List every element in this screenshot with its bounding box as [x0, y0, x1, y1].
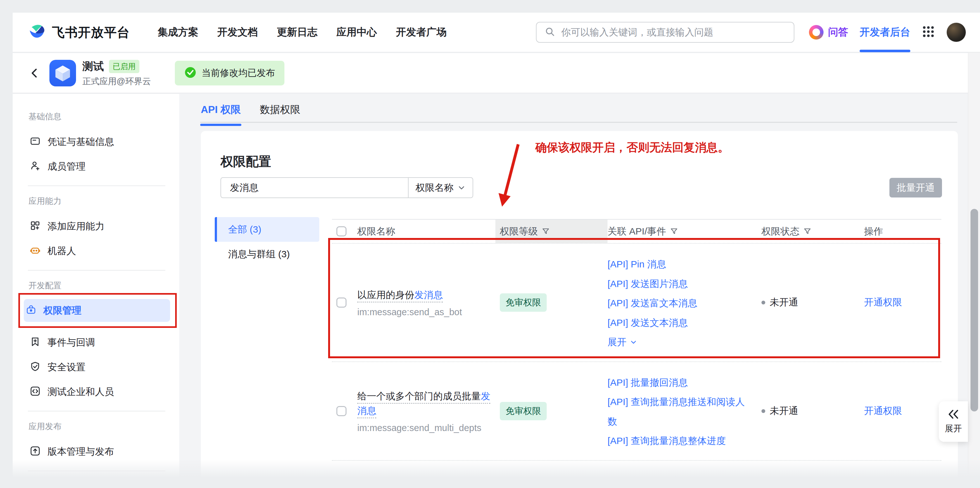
api-link[interactable]: [API] 发送富文本消息 — [608, 293, 753, 313]
col-related-apis: 关联 API/事件 — [608, 220, 762, 243]
nav-item-integrations[interactable]: 集成方案 — [158, 25, 198, 39]
sidebar-item-add-capability[interactable]: 添加应用能力 — [28, 215, 165, 238]
row-checkbox[interactable] — [336, 298, 347, 307]
row-checkbox[interactable] — [336, 406, 347, 416]
sidebar-section-dev-config: 开发配置 — [29, 280, 165, 291]
sidebar-item-credentials[interactable]: 凭证与基础信息 — [28, 130, 165, 153]
qa-ring-icon — [809, 25, 824, 40]
permission-name-link[interactable]: 给一个或多个部门的成员批量发消息 — [357, 389, 492, 418]
search-field-select[interactable]: 权限名称 — [408, 178, 473, 198]
code-brackets-icon — [30, 386, 41, 398]
permission-name-link[interactable]: 以应用的身份发消息 — [357, 288, 462, 303]
sidebar: 基础信息 凭证与基础信息 成员管理 应用能力 — [13, 94, 179, 488]
upload-box-icon — [30, 445, 41, 458]
category-filter-list: 全部 (3) 消息与群组 (3) — [215, 217, 319, 266]
table-row: 以应用的身份发消息 im:message:send_as_bot 免审权限 [A… — [332, 244, 941, 362]
grid-add-icon — [30, 220, 41, 232]
qa-link[interactable]: 问答 — [809, 25, 848, 40]
scrollbar-thumb[interactable] — [970, 209, 978, 411]
member-add-icon — [30, 160, 41, 173]
permission-search-box[interactable]: 发消息 权限名称 — [220, 177, 473, 198]
tabs-baseline — [200, 122, 957, 123]
sidebar-item-version-release[interactable]: 版本管理与发布 — [28, 440, 165, 463]
permission-level-tag: 免审权限 — [500, 402, 547, 420]
tab-api-permissions[interactable]: API 权限 — [200, 103, 241, 125]
filter-item-all[interactable]: 全部 (3) — [215, 217, 319, 242]
brand[interactable]: 飞书开放平台 — [29, 24, 130, 41]
permission-tabs: API 权限 数据权限 — [200, 103, 301, 125]
api-link[interactable]: [API] 查询批量消息整体进度 — [608, 431, 753, 451]
check-circle-icon — [185, 67, 196, 80]
sidebar-item-security[interactable]: 安全设置 — [28, 356, 165, 379]
sidebar-section-monitoring: 运营监控 — [29, 481, 165, 488]
search-input[interactable] — [561, 27, 786, 38]
expand-panel-tab[interactable]: 展开 — [939, 401, 968, 442]
nav-item-docs[interactable]: 开发文档 — [217, 25, 258, 39]
published-banner: 当前修改均已发布 — [175, 61, 285, 86]
open-permission-link[interactable]: 开通权限 — [864, 296, 902, 309]
api-link[interactable]: [API] 发送图片消息 — [608, 274, 753, 294]
status-dot-icon — [762, 301, 765, 304]
back-button[interactable] — [27, 65, 43, 81]
sidebar-divider — [28, 471, 165, 471]
sidebar-section-basic-info: 基础信息 — [29, 111, 165, 122]
sidebar-item-bot[interactable]: 机器人 — [28, 239, 165, 262]
api-link[interactable]: [API] 批量撤回消息 — [608, 472, 753, 488]
permission-scope: im:message:send_as_bot — [357, 307, 462, 317]
red-annotation-arrow — [497, 141, 526, 211]
apps-grid-icon[interactable] — [922, 25, 935, 40]
permission-status: 未开通 — [762, 404, 798, 417]
sidebar-item-permissions[interactable]: 权限管理 — [24, 299, 170, 322]
briefcase-lock-icon — [25, 304, 37, 317]
api-link[interactable]: [API] 发送文本消息 — [608, 313, 753, 333]
expand-label: 展开 — [945, 423, 962, 434]
col-permission-level: 权限等级 — [495, 220, 608, 243]
card-title: 权限配置 — [220, 153, 271, 170]
bookmark-add-icon — [30, 336, 41, 349]
permission-search-value[interactable]: 发消息 — [221, 181, 408, 194]
table-header: 权限名称 权限等级 关联 API/事件 权限状态 操作 — [332, 219, 941, 244]
open-permission-link[interactable]: 开通权限 — [864, 404, 902, 417]
nav-item-dev-square[interactable]: 开发者广场 — [396, 25, 447, 39]
api-link[interactable]: [API] Pin 消息 — [608, 254, 753, 274]
qa-label: 问答 — [828, 25, 848, 39]
published-banner-text: 当前修改均已发布 — [202, 67, 275, 79]
sidebar-item-events[interactable]: 事件与回调 — [28, 331, 165, 354]
filter-item-im[interactable]: 消息与群组 (3) — [215, 242, 319, 266]
api-link[interactable]: [API] 批量撤回消息 — [608, 373, 753, 393]
filter-funnel-icon[interactable] — [803, 227, 811, 236]
sidebar-item-members[interactable]: 成员管理 — [28, 155, 165, 178]
nav-item-changelog[interactable]: 更新日志 — [277, 25, 317, 39]
active-nav-underline — [860, 50, 910, 52]
sidebar-item-test-org[interactable]: 测试企业和人员 — [28, 380, 165, 403]
select-all-checkbox[interactable] — [336, 226, 347, 236]
user-avatar[interactable] — [947, 22, 966, 42]
permission-config-card: 权限配置 确保该权限开启，否则无法回复消息。 发消息 权限名称 批量开通 全部 … — [201, 131, 958, 488]
api-link[interactable]: [API] 查询批量消息推送和阅读人数 — [608, 392, 753, 431]
expand-apis-link[interactable]: 展开 — [608, 332, 753, 352]
permission-status: 未开通 — [762, 296, 798, 309]
sidebar-section-release: 应用发布 — [29, 421, 165, 432]
shield-check-icon — [30, 361, 41, 373]
global-search-box[interactable] — [536, 22, 794, 43]
permission-level-tag: 免审权限 — [500, 293, 547, 312]
top-navbar: 飞书开放平台 集成方案 开发文档 更新日志 应用中心 开发者广场 — [13, 13, 980, 52]
tab-data-permissions[interactable]: 数据权限 — [259, 103, 301, 125]
filter-funnel-icon[interactable] — [542, 227, 550, 236]
brand-title: 飞书开放平台 — [52, 24, 130, 41]
screenshot-root: 飞书开放平台 集成方案 开发文档 更新日志 应用中心 开发者广场 — [0, 0, 980, 488]
sidebar-divider — [28, 411, 165, 411]
table-row: 给多个用户批量发消息 免审权限 [API] 批量撤回消息 [API] 查询批量消… — [332, 461, 941, 488]
permissions-table: 权限名称 权限等级 关联 API/事件 权限状态 操作 — [332, 219, 941, 488]
filter-funnel-icon[interactable] — [670, 227, 678, 236]
col-permission-status: 权限状态 — [762, 220, 864, 243]
app-meta: 测试 已启用 正式应用@环界云 — [82, 59, 151, 87]
double-chevron-left-icon — [947, 409, 959, 420]
app-subtitle: 正式应用@环界云 — [82, 76, 151, 87]
sidebar-divider — [28, 270, 165, 271]
main-content: API 权限 数据权限 权限配置 确保该权限开启，否则无法回复消息。 发消息 权… — [179, 94, 980, 488]
nav-item-app-center[interactable]: 应用中心 — [336, 25, 377, 39]
developer-console-link[interactable]: 开发者后台 — [860, 12, 910, 52]
page-scrollbar — [968, 52, 980, 488]
batch-open-button[interactable]: 批量开通 — [889, 178, 942, 198]
